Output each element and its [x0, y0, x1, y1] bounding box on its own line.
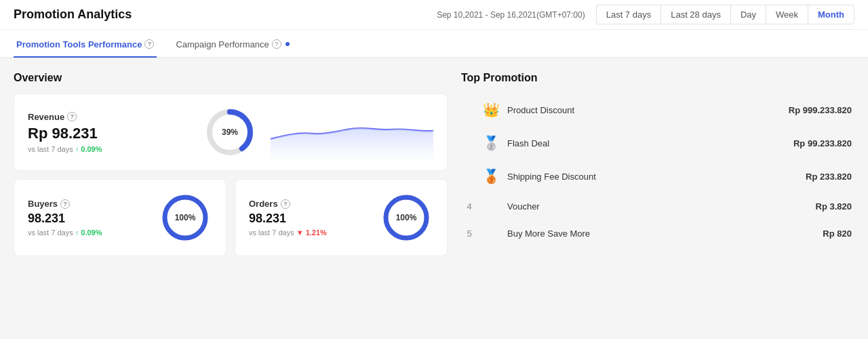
orders-donut: 100% [379, 191, 433, 245]
header-controls: Sep 10,2021 - Sep 16,2021(GMT+07:00) Las… [437, 5, 854, 24]
buyers-info: Buyers ? 98.231 vs last 7 days ↑ 0.09% [28, 199, 147, 237]
promo-name-2: Flash Deal [507, 138, 787, 148]
overview-panel: Overview Revenue ? Rp 98.231 vs last 7 d… [14, 72, 448, 325]
orders-label: Orders ? [249, 199, 368, 209]
revenue-change: ↑ 0.09% [75, 145, 102, 153]
bronze-icon: 🥉 [481, 168, 500, 184]
tab-campaign[interactable]: Campaign Performance ? [173, 33, 297, 58]
list-item: 🥈 Flash Deal Rp 99.233.820 [461, 127, 854, 160]
main-content: Overview Revenue ? Rp 98.231 vs last 7 d… [0, 58, 868, 339]
buyers-card: Buyers ? 98.231 vs last 7 days ↑ 0.09% 1… [14, 179, 226, 256]
revenue-compare: vs last 7 days ↑ 0.09% [28, 145, 189, 153]
revenue-donut: 39% [203, 105, 257, 159]
orders-info-icon: ? [281, 199, 290, 209]
buyers-label: Buyers ? [28, 199, 147, 209]
revenue-info-icon: ? [67, 112, 77, 121]
revenue-label: Revenue ? [28, 112, 189, 122]
promo-rank-5: 5 [464, 228, 475, 239]
date-range: Sep 10,2021 - Sep 16,2021(GMT+07:00) [437, 10, 585, 20]
buyers-donut-label: 100% [175, 213, 196, 222]
promo-value-3: Rp 233.820 [806, 172, 852, 182]
orders-compare: vs last 7 days ▼ 1.21% [249, 228, 368, 237]
top-promotion-panel: Top Promotion 👑 Product Discount Rp 999.… [461, 72, 854, 325]
list-item: 4 Voucher Rp 3.820 [461, 193, 854, 220]
promo-name-3: Shipping Fee Discount [507, 172, 799, 182]
revenue-value: Rp 98.231 [28, 125, 189, 142]
orders-value: 98.231 [249, 212, 368, 226]
overview-title: Overview [14, 72, 448, 84]
buyers-change: ↑ 0.09% [75, 228, 102, 237]
top-promotion-title: Top Promotion [461, 72, 854, 84]
orders-change: ▼ 1.21% [296, 228, 327, 237]
time-btn-day[interactable]: Day [730, 5, 766, 24]
buyers-compare: vs last 7 days ↑ 0.09% [28, 228, 147, 237]
promo-name-5: Buy More Save More [507, 228, 816, 239]
promo-name-4: Voucher [507, 201, 809, 212]
revenue-donut-label: 39% [222, 127, 238, 137]
revenue-card: Revenue ? Rp 98.231 vs last 7 days ↑ 0.0… [14, 94, 448, 171]
time-btn-month[interactable]: Month [808, 5, 854, 24]
promo-value-4: Rp 3.820 [816, 201, 852, 212]
promo-rank-4: 4 [464, 201, 475, 212]
buyers-donut: 100% [158, 191, 212, 245]
list-item: 🥉 Shipping Fee Discount Rp 233.820 [461, 160, 854, 193]
revenue-info: Revenue ? Rp 98.231 vs last 7 days ↑ 0.0… [28, 112, 189, 153]
time-btn-last7[interactable]: Last 7 days [596, 5, 661, 24]
tab-campaign-info-icon: ? [272, 39, 281, 49]
crown-icon: 👑 [481, 102, 500, 118]
orders-donut-label: 100% [396, 213, 417, 222]
time-btn-week[interactable]: Week [766, 5, 808, 24]
tab-bar: Promotion Tools Performance ? Campaign P… [0, 30, 868, 58]
promotion-list: 👑 Product Discount Rp 999.233.820 🥈 Flas… [461, 94, 854, 247]
orders-info: Orders ? 98.231 vs last 7 days ▼ 1.21% [249, 199, 368, 237]
buyers-value: 98.231 [28, 212, 147, 226]
page-title: Promotion Analytics [14, 7, 132, 22]
tab-campaign-dot [285, 42, 290, 46]
revenue-chart [271, 105, 433, 159]
promo-value-2: Rp 99.233.820 [793, 138, 852, 148]
orders-card: Orders ? 98.231 vs last 7 days ▼ 1.21% 1… [235, 179, 448, 256]
tab-promotion-tools-info-icon: ? [144, 39, 154, 49]
list-item: 5 Buy More Save More Rp 820 [461, 220, 854, 247]
silver-icon: 🥈 [481, 135, 500, 151]
promo-value-5: Rp 820 [823, 228, 852, 239]
tab-promotion-tools[interactable]: Promotion Tools Performance ? [14, 33, 157, 58]
bottom-cards: Buyers ? 98.231 vs last 7 days ↑ 0.09% 1… [14, 179, 448, 256]
time-btn-last28[interactable]: Last 28 days [660, 5, 730, 24]
list-item: 👑 Product Discount Rp 999.233.820 [461, 94, 854, 127]
promo-value-1: Rp 999.233.820 [789, 105, 852, 115]
tab-campaign-label: Campaign Performance [176, 39, 269, 49]
tab-promotion-tools-label: Promotion Tools Performance [16, 39, 142, 49]
promo-name-1: Product Discount [507, 105, 782, 115]
buyers-info-icon: ? [60, 199, 70, 209]
